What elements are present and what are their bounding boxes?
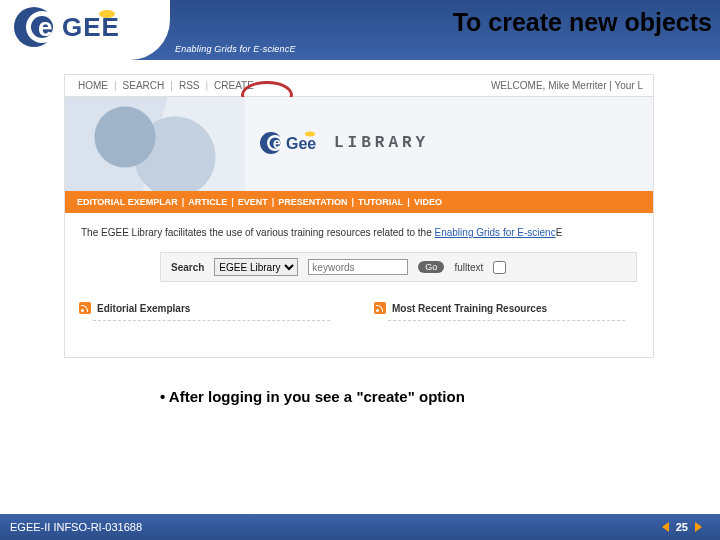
banner-art [65, 97, 245, 191]
search-row: Search EGEE Library Go fulltext [160, 252, 637, 282]
nav-rss[interactable]: RSS [176, 80, 203, 91]
fulltext-label: fulltext [454, 262, 483, 273]
right-col-heading: Most Recent Training Resources [374, 302, 639, 314]
page-number: 25 [673, 521, 691, 533]
left-col-heading: Editorial Exemplars [79, 302, 344, 314]
intro-prefix: The EGEE Library facilitates the use of … [81, 227, 435, 238]
nav-sep: | [202, 80, 211, 91]
logo-container: GEE e [0, 0, 170, 60]
right-heading-text: Most Recent Training Resources [392, 303, 547, 314]
slide-title: To create new objects [453, 8, 712, 37]
left-heading-text: Editorial Exemplars [97, 303, 190, 314]
tab-tutorial[interactable]: TUTORIAL [358, 197, 403, 207]
columns: Editorial Exemplars Most Recent Training… [65, 282, 653, 327]
svg-text:e: e [38, 12, 52, 42]
library-tabs: EDITORIAL EXEMPLAR| ARTICLE| EVENT| PRES… [65, 191, 653, 213]
rss-icon[interactable] [79, 302, 91, 314]
svg-point-11 [305, 132, 315, 137]
tab-video[interactable]: VIDEO [414, 197, 442, 207]
tagline: Enabling Grids for E-sciencE [175, 44, 296, 54]
library-screenshot: HOME | SEARCH | RSS | CREATE WELCOME, Mi… [64, 74, 654, 358]
prev-slide-icon[interactable] [662, 522, 669, 532]
banner-logo: e Gee LIBRARY [260, 129, 429, 157]
slide-bullet: • After logging in you see a "create" op… [160, 388, 465, 405]
intro-link[interactable]: Enabling Grids for E-scienc [435, 227, 556, 238]
egee-logo: GEE e [12, 4, 152, 50]
intro-text: The EGEE Library facilitates the use of … [65, 213, 653, 248]
search-scope-select[interactable]: EGEE Library [214, 258, 298, 276]
search-label: Search [171, 262, 204, 273]
nav-create[interactable]: CREATE [211, 80, 257, 91]
library-word: LIBRARY [334, 134, 429, 152]
footer-right: 25 [662, 521, 720, 533]
tab-editorial[interactable]: EDITORIAL EXEMPLAR [77, 197, 178, 207]
library-banner: e Gee LIBRARY [65, 97, 653, 191]
tab-presentation[interactable]: PRESENTATION [278, 197, 347, 207]
egee-mini-logo: e Gee [260, 129, 328, 157]
tab-event[interactable]: EVENT [238, 197, 268, 207]
welcome-trail: | Your L [609, 80, 643, 91]
rss-icon[interactable] [374, 302, 386, 314]
nav-search[interactable]: SEARCH [120, 80, 168, 91]
welcome-user: Mike Merriter [548, 80, 606, 91]
svg-text:e: e [273, 135, 281, 151]
library-topnav: HOME | SEARCH | RSS | CREATE WELCOME, Mi… [65, 75, 653, 97]
search-go-button[interactable]: Go [418, 261, 444, 273]
svg-point-5 [99, 10, 115, 18]
intro-suffix: E [556, 227, 563, 238]
divider [93, 320, 330, 321]
divider [388, 320, 625, 321]
nav-sep: | [111, 80, 120, 91]
tab-article[interactable]: ARTICLE [188, 197, 227, 207]
fulltext-checkbox[interactable] [493, 261, 506, 274]
slide-header: GEE e Enabling Grids for E-sciencE To cr… [0, 0, 720, 60]
next-slide-icon[interactable] [695, 522, 702, 532]
welcome-label: WELCOME, [491, 80, 545, 91]
nav-home[interactable]: HOME [75, 80, 111, 91]
svg-text:Gee: Gee [286, 135, 316, 152]
nav-sep: | [167, 80, 176, 91]
footer-left: EGEE-II INFSO-RI-031688 [0, 521, 142, 533]
search-keywords-input[interactable] [308, 259, 408, 275]
slide-footer: EGEE-II INFSO-RI-031688 25 [0, 514, 720, 540]
